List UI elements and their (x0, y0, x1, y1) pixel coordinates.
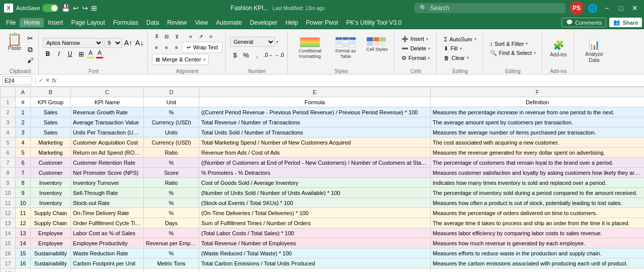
menu-page-layout[interactable]: Page Layout (67, 18, 109, 27)
cell-a9[interactable]: 8 (16, 178, 31, 188)
cell-a16[interactable]: 15 (16, 248, 31, 258)
menu-help[interactable]: Help (281, 18, 302, 27)
cell-c11[interactable]: Stock-out Rate (71, 198, 144, 208)
cell-d17[interactable]: Metric Tons (144, 258, 199, 268)
cell-f13[interactable]: The average time it takes to process and… (431, 218, 645, 228)
cell-c5[interactable]: Customer Acquisition Cost (71, 138, 144, 148)
cell-e17[interactable]: Total Carbon Emissions / Total Units Pro… (199, 258, 431, 268)
clear-button[interactable]: 🗑 Clear ▾ (441, 54, 471, 62)
number-format-select[interactable]: General (230, 37, 275, 47)
cell-f3[interactable]: The average amount spent by customers pe… (431, 117, 645, 127)
cell-b18[interactable] (31, 268, 71, 273)
fill-button[interactable]: ⬇ Fill ▾ (441, 44, 464, 53)
cell-f10[interactable]: The percentage of inventory sold during … (431, 188, 645, 198)
menu-power-pivot[interactable]: Power Pivot (302, 18, 342, 27)
font-color-button[interactable]: A (96, 49, 103, 58)
fx-checkmark[interactable]: ✓ (39, 77, 43, 84)
cell-c17[interactable]: Carbon Footprint per Unit (71, 258, 144, 268)
paste-button[interactable]: 📋 Paste (5, 31, 24, 52)
cell-a1[interactable]: # (16, 97, 31, 107)
font-size-select[interactable]: 9 (104, 38, 122, 48)
cell-d3[interactable]: Currency (USD) (144, 117, 199, 127)
cell-b14[interactable]: Employee (31, 228, 71, 238)
cell-a11[interactable]: 10 (16, 198, 31, 208)
menu-data[interactable]: Data (142, 18, 163, 27)
cut-button[interactable]: ✂ (25, 33, 35, 43)
cell-f1[interactable]: Definition (431, 97, 645, 107)
cell-d14[interactable]: % (144, 228, 199, 238)
save-icon[interactable]: 💾 (61, 4, 70, 12)
cell-b12[interactable]: Supply Chain (31, 208, 71, 218)
cell-f8[interactable]: Measures customer satisfaction and loyal… (431, 168, 645, 178)
cell-b13[interactable]: Supply Chain (31, 218, 71, 228)
grid-icon[interactable]: ⊞ (91, 4, 97, 12)
cell-c15[interactable]: Employee Productivity (71, 238, 144, 248)
cell-c8[interactable]: Net Promoter Score (NPS) (71, 168, 144, 178)
cell-f17[interactable]: Measures the carbon emissions associated… (431, 258, 645, 268)
comma-button[interactable]: , (252, 50, 262, 60)
maximize-button[interactable]: □ (616, 3, 626, 13)
cell-b1[interactable]: KPI Group (31, 97, 71, 107)
indent-decrease-button[interactable]: « (186, 32, 195, 41)
cell-c14[interactable]: Labor Cost as % of Sales (71, 228, 144, 238)
cell-e15[interactable]: Total Revenue / Number of Employees (199, 238, 431, 248)
cell-a5[interactable]: 4 (16, 138, 31, 148)
increase-decimal-button[interactable]: ←.0 (274, 50, 284, 60)
cell-b15[interactable]: Employee (31, 238, 71, 248)
cell-e11[interactable]: (Stock-out Events / Total SKUs) * 100 (199, 198, 431, 208)
menu-developer[interactable]: Developer (246, 18, 282, 27)
cell-c18[interactable] (71, 268, 144, 273)
format-as-table-button[interactable]: Format as Table (330, 36, 361, 61)
cell-f11[interactable]: Measures how often a product is out of s… (431, 198, 645, 208)
cell-b11[interactable]: Inventory (31, 198, 71, 208)
cell-e1[interactable]: Formula (199, 97, 431, 107)
format-button[interactable]: ⚙ Format ▾ (398, 54, 434, 62)
formula-input[interactable] (58, 77, 642, 84)
fx-cancel[interactable]: ✕ (45, 77, 50, 84)
currency-button[interactable]: $ (230, 50, 240, 60)
col-header-f[interactable]: F (431, 87, 645, 97)
align-center-button[interactable]: ≡ (162, 43, 171, 52)
conditional-formatting-button[interactable]: Conditional Formatting (292, 36, 328, 61)
cell-a4[interactable]: 3 (16, 127, 31, 138)
cell-styles-button[interactable]: Cell Styles (363, 36, 391, 61)
cell-b3[interactable]: Sales (31, 117, 71, 127)
bold-button[interactable]: B (43, 49, 53, 59)
cell-f7[interactable]: The percentage of customers that remain … (431, 158, 645, 168)
cell-d1[interactable]: Unit (144, 97, 199, 107)
cell-a18[interactable] (16, 268, 31, 273)
menu-review[interactable]: Review (163, 18, 191, 27)
fill-color-button[interactable]: A (87, 49, 94, 58)
undo-icon[interactable]: ↩ (73, 4, 79, 12)
cell-d6[interactable]: Ratio (144, 148, 199, 158)
cell-c16[interactable]: Waste Reduction Rate (71, 248, 144, 258)
cell-a7[interactable]: 6 (16, 158, 31, 168)
autosave-toggle[interactable] (42, 4, 58, 12)
cell-f6[interactable]: Measures the revenue generated for every… (431, 148, 645, 158)
cell-c1[interactable]: KPI Name (71, 97, 144, 107)
cell-f16[interactable]: Measures efforts to reduce waste in the … (431, 248, 645, 258)
cell-e5[interactable]: Total Marketing Spend / Number of New Cu… (199, 138, 431, 148)
cell-a3[interactable]: 2 (16, 117, 31, 127)
menu-formulas[interactable]: Formulas (109, 18, 142, 27)
align-right-button[interactable]: ≡ (172, 43, 181, 52)
menu-file[interactable]: File (2, 18, 20, 27)
cell-a14[interactable]: 13 (16, 228, 31, 238)
comments-button[interactable]: 💬 Comments (561, 18, 606, 27)
menu-view[interactable]: View (191, 18, 212, 27)
cell-d9[interactable]: Ratio (144, 178, 199, 188)
cell-a17[interactable]: 16 (16, 258, 31, 268)
cell-a15[interactable]: 14 (16, 238, 31, 248)
cell-d2[interactable]: % (144, 107, 199, 117)
cell-b6[interactable]: Marketing (31, 148, 71, 158)
cell-e13[interactable]: Sum of Fulfillment Times / Number of Ord… (199, 218, 431, 228)
cell-b2[interactable]: Sales (31, 107, 71, 117)
col-header-b[interactable]: B (31, 87, 71, 97)
cell-e2[interactable]: ((Current Period Revenue - Previous Peri… (199, 107, 431, 117)
find-select-button[interactable]: 🔍 Find & Select ▾ (487, 49, 539, 57)
cell-c2[interactable]: Revenue Growth Rate (71, 107, 144, 117)
align-middle-button[interactable]: ⊟ (162, 32, 171, 41)
decrease-font-size-button[interactable]: A↓ (134, 38, 144, 48)
cell-b16[interactable]: Sustainability (31, 248, 71, 258)
cell-d15[interactable]: Revenue per Employee (144, 238, 199, 248)
